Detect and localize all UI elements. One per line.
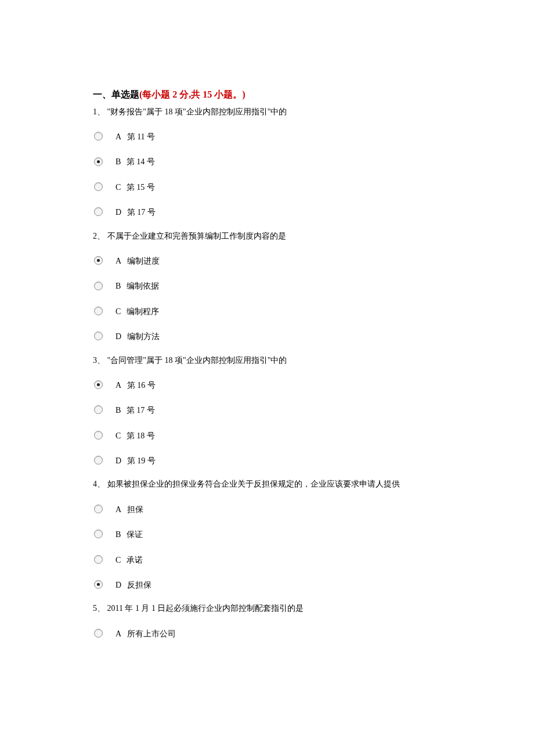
- option-row: A 所有上市公司: [93, 626, 441, 640]
- option-label: B: [116, 280, 121, 293]
- question-text: 3、 "合同管理"属于 18 项"企业内部控制应用指引"中的: [93, 354, 441, 367]
- option-text: 承诺: [127, 554, 143, 567]
- option-content: D 反担保: [116, 577, 151, 592]
- question: 5、 2011 年 1 月 1 日起必须施行企业内部控制配套指引的是A 所有上市…: [93, 602, 441, 640]
- option-content: A 第 16 号: [116, 377, 156, 392]
- option-row: B 保证: [93, 527, 441, 541]
- radio-button[interactable]: [94, 307, 103, 315]
- question-body: 如果被担保企业的担保业务符合企业关于反担保规定的，企业应该要求申请人提供: [107, 480, 400, 488]
- option-text: 担保: [127, 503, 143, 516]
- radio-button[interactable]: [94, 207, 103, 216]
- section-title-red: (每小题 2 分,共 15 小题。): [139, 89, 246, 99]
- option-label: B: [116, 156, 121, 168]
- question-number: 1、: [93, 107, 105, 116]
- option-row: A 第 11 号: [93, 129, 441, 143]
- option-text: 第 17 号: [127, 206, 156, 219]
- question-body: "财务报告"属于 18 项"企业内部控制应用指引"中的: [107, 107, 287, 116]
- option-row: B 编制依据: [93, 278, 441, 293]
- option-label: C: [116, 430, 121, 442]
- option-label: A: [116, 379, 121, 392]
- option-text: 第 14 号: [127, 156, 155, 168]
- option-row: D 编制方法: [93, 329, 441, 343]
- option-row: B 第 14 号: [93, 154, 441, 168]
- option-content: D 编制方法: [116, 329, 160, 343]
- question-number: 4、: [93, 480, 105, 488]
- section-title-black: 一、单选题: [93, 89, 139, 99]
- option-row: C 承诺: [93, 552, 441, 567]
- radio-button[interactable]: [94, 157, 103, 166]
- option-label: A: [116, 503, 121, 516]
- option-label: C: [116, 554, 121, 567]
- option-content: C 编制程序: [116, 304, 159, 318]
- option-label: D: [116, 206, 121, 219]
- option-text: 第 11 号: [127, 131, 155, 143]
- option-row: C 编制程序: [93, 304, 441, 318]
- option-row: A 编制进度: [93, 253, 441, 268]
- radio-button[interactable]: [94, 405, 103, 414]
- option-label: D: [116, 579, 121, 592]
- option-text: 第 19 号: [127, 455, 156, 467]
- option-label: D: [116, 330, 121, 343]
- radio-button[interactable]: [94, 505, 103, 513]
- option-text: 反担保: [127, 579, 151, 592]
- question: 4、 如果被担保企业的担保业务符合企业关于反担保规定的，企业应该要求申请人提供A…: [93, 478, 441, 592]
- option-label: A: [116, 131, 121, 143]
- radio-button[interactable]: [94, 431, 103, 440]
- question-number: 2、: [93, 232, 105, 240]
- option-row: B 第 17 号: [93, 402, 441, 417]
- question-body: "合同管理"属于 18 项"企业内部控制应用指引"中的: [107, 356, 287, 365]
- question-body: 2011 年 1 月 1 日起必须施行企业内部控制配套指引的是: [107, 604, 304, 613]
- radio-button[interactable]: [94, 182, 103, 191]
- questions-container: 1、 "财务报告"属于 18 项"企业内部控制应用指引"中的A 第 11 号B …: [93, 106, 441, 641]
- radio-button[interactable]: [94, 456, 103, 465]
- option-content: B 第 17 号: [116, 402, 155, 417]
- question-number: 3、: [93, 356, 105, 365]
- option-content: C 第 15 号: [116, 179, 155, 194]
- option-row: D 第 17 号: [93, 204, 441, 219]
- option-label: B: [116, 404, 121, 417]
- radio-button[interactable]: [94, 332, 103, 340]
- question-text: 2、 不属于企业建立和完善预算编制工作制度内容的是: [93, 230, 441, 243]
- question-text: 1、 "财务报告"属于 18 项"企业内部控制应用指引"中的: [93, 106, 441, 118]
- radio-button[interactable]: [94, 555, 103, 564]
- question-text: 4、 如果被担保企业的担保业务符合企业关于反担保规定的，企业应该要求申请人提供: [93, 478, 441, 491]
- section-title: 一、单选题(每小题 2 分,共 15 小题。): [93, 87, 441, 102]
- option-text: 编制进度: [127, 255, 160, 268]
- option-text: 保证: [127, 528, 143, 541]
- option-label: B: [116, 528, 121, 541]
- option-content: B 编制依据: [116, 278, 159, 293]
- option-content: A 所有上市公司: [116, 626, 176, 640]
- radio-button[interactable]: [94, 282, 103, 290]
- question: 3、 "合同管理"属于 18 项"企业内部控制应用指引"中的A 第 16 号B …: [93, 354, 441, 468]
- option-content: A 编制进度: [116, 253, 160, 268]
- option-text: 编制依据: [127, 280, 159, 293]
- option-content: D 第 19 号: [116, 453, 156, 467]
- option-row: A 担保: [93, 502, 441, 516]
- option-content: B 第 14 号: [116, 154, 155, 168]
- radio-button[interactable]: [94, 580, 103, 589]
- radio-button[interactable]: [94, 256, 103, 265]
- option-row: A 第 16 号: [93, 377, 441, 392]
- radio-button[interactable]: [94, 380, 103, 389]
- question: 1、 "财务报告"属于 18 项"企业内部控制应用指引"中的A 第 11 号B …: [93, 106, 441, 219]
- option-content: C 承诺: [116, 552, 143, 567]
- radio-button[interactable]: [94, 629, 103, 638]
- option-content: D 第 17 号: [116, 204, 156, 219]
- option-label: D: [116, 455, 121, 467]
- option-label: C: [116, 305, 121, 318]
- radio-button[interactable]: [94, 530, 103, 538]
- option-label: A: [116, 628, 121, 640]
- option-text: 第 18 号: [127, 430, 155, 442]
- question-text: 5、 2011 年 1 月 1 日起必须施行企业内部控制配套指引的是: [93, 602, 441, 615]
- radio-button[interactable]: [94, 132, 103, 141]
- option-text: 第 17 号: [127, 404, 155, 417]
- option-label: A: [116, 255, 121, 268]
- option-text: 第 16 号: [127, 379, 156, 392]
- option-text: 第 15 号: [127, 181, 155, 194]
- option-label: C: [116, 181, 121, 194]
- option-row: C 第 15 号: [93, 179, 441, 194]
- question-body: 不属于企业建立和完善预算编制工作制度内容的是: [107, 232, 286, 240]
- option-content: A 担保: [116, 502, 143, 516]
- question: 2、 不属于企业建立和完善预算编制工作制度内容的是A 编制进度B 编制依据C 编…: [93, 230, 441, 344]
- option-row: D 反担保: [93, 577, 441, 592]
